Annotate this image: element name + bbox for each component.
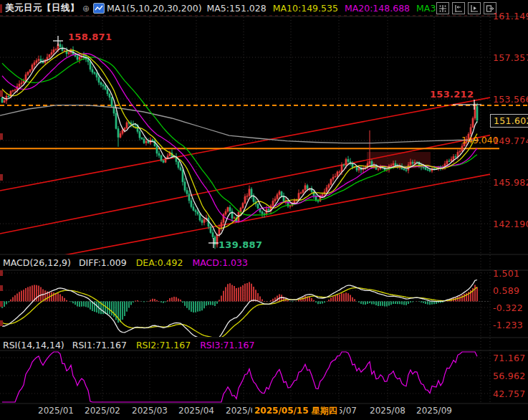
month-axis-label: 2025/04 [178,406,214,416]
diff-value: DIFF:1.009 [79,257,127,268]
trading-app-window: 美元日元【日线】 ⊕ MA1(5,10,20,30,200) MA5:151.0… [0,0,528,420]
rsi-axis-label: 42.757 [493,388,526,399]
clipped-axis-fragment [0,285,3,291]
ma5-value: MA5:151.028 [207,3,267,14]
rsi-pane-header: RSI(14,14,14) RSI1:71.167 RSI2:71.167 RS… [3,340,254,350]
macd-value: MACD:1.033 [192,257,247,268]
month-axis-label: 2025/01 [38,406,74,416]
macd-plot [2,280,477,340]
rsi-axis-label: 71.167 [493,353,526,363]
rsi-axis-label: 56.962 [493,371,526,381]
peak-price-annotation: 158.871 [68,32,112,42]
rsi3-value: RSI3:71.167 [200,340,254,350]
clipped-axis-fragment [0,301,3,307]
trend-lines[interactable] [0,90,528,267]
chart-canvas[interactable] [0,0,528,420]
symbol-title: 美元日元【日线】 [5,2,80,14]
ma200-line [0,105,479,143]
month-axis-label: 2025/03 [132,406,168,416]
clipped-axis-fragment [0,270,3,276]
price-axis-label: 157.357 [493,52,528,63]
axis-range-left-icon[interactable] [452,2,465,14]
macd-axis-label: -1.233 [493,320,523,330]
macd-axis-label: -0.322 [493,302,523,313]
add-indicator-icon[interactable]: ⊕ [82,4,90,14]
rsi2-value: RSI2:71.167 [136,340,191,350]
macd-settings-label[interactable]: MACD(26,12,9) [3,257,71,268]
rsi1-value: RSI1:71.167 [72,340,127,350]
axis-play-icon[interactable] [468,2,481,14]
trough-price-annotation: 139.887 [219,239,262,250]
ma20-value: MA20:148.688 [345,3,410,14]
price-axis-label: 161.149 [493,11,528,22]
edge-fragment [0,4,2,13]
macd-pane-header: MACD(26,12,9) DIFF:1.009 DEA:0.492 MACD:… [3,257,248,268]
price-axis-label: 142.190 [493,219,528,229]
clipped-axis-fragment [0,320,3,326]
selected-date-label: 2025/05/15 星期四 [252,405,340,417]
pan-icon[interactable] [436,2,449,14]
price-axis-label: 145.982 [493,177,528,188]
chart-toolbar [436,2,496,14]
price-axis-label: 153.566 [493,94,528,105]
ma-settings-label[interactable]: MA1(5,10,20,30,200) [107,3,201,14]
macd-axis-label: 1.501 [493,268,519,279]
month-axis-label: 2025/09 [416,406,452,416]
clipped-axis-fragment [0,174,3,181]
chart-type-icon[interactable] [93,3,105,14]
clipped-axis-fragment [0,90,3,97]
rsi-line [2,352,477,402]
month-axis-label: 2025/08 [370,406,405,416]
month-axis-label: 2025/02 [85,406,120,416]
current-price-badge: 151.602 [490,114,528,128]
macd-axis-label: 0.589 [493,285,519,296]
dea-value: DEA:0.492 [136,257,183,268]
breakout-price-annotation: 153.212 [430,89,474,100]
ma10-value: MA10:149.535 [273,3,338,14]
clipped-axis-fragment [0,133,3,140]
price-axis-label: 149.774 [493,135,528,146]
rsi-settings-label[interactable]: RSI(14,14,14) [3,340,64,350]
